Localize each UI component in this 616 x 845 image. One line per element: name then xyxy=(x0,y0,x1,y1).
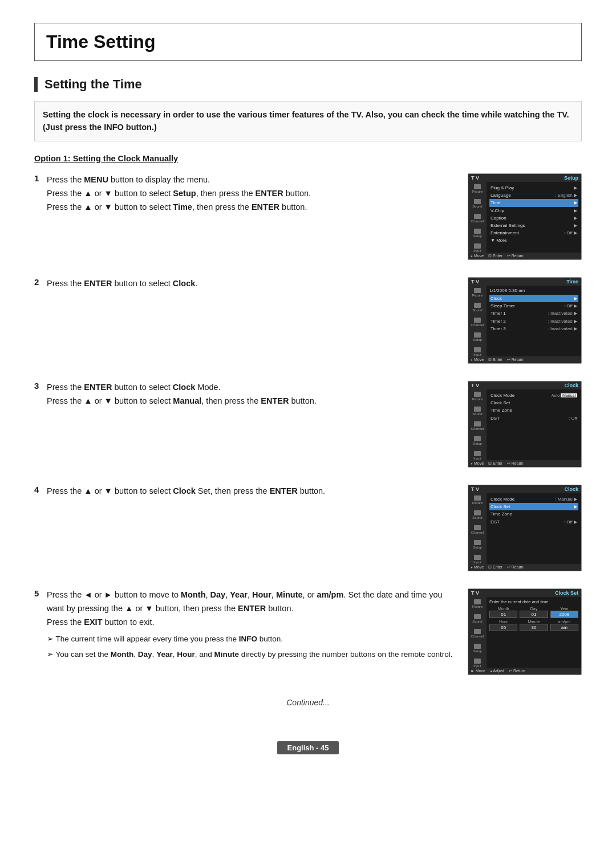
step-left-4: 4Press the ▲ or ▼ button to select Clock… xyxy=(34,485,459,498)
page-title-box: Time Setting xyxy=(34,23,582,61)
step-content-2: Press the ENTER button to select Clock. xyxy=(47,277,459,291)
step-screen-4: T VClockPictureSoundChannelSetupInputClo… xyxy=(468,485,582,571)
step-screen-3: T VClockPictureSoundChannelSetupInputClo… xyxy=(468,381,582,468)
step-row-1: 1Press the MENU button to display the me… xyxy=(34,173,582,260)
step-row-4: 4Press the ▲ or ▼ button to select Clock… xyxy=(34,485,582,571)
step-left-3: 3Press the ENTER button to select Clock … xyxy=(34,381,459,408)
step-line-1-0: Press the MENU button to display the men… xyxy=(47,173,459,187)
step-row-2: 2Press the ENTER button to select Clock.… xyxy=(34,277,582,364)
step-screen-2: T VTimePictureSoundChannelSetupInput1/1/… xyxy=(468,277,582,364)
page-footer: English - 45 xyxy=(34,741,582,754)
step-content-4: Press the ▲ or ▼ button to select Clock … xyxy=(47,485,459,498)
step-screen-1: T VSetupPictureSoundChannelSetupInputPlu… xyxy=(468,173,582,260)
step-number-1: 1 xyxy=(34,173,47,214)
continued-text: Continued... xyxy=(34,698,582,707)
step-left-1: 1Press the MENU button to display the me… xyxy=(34,173,459,214)
step-left-2: 2Press the ENTER button to select Clock. xyxy=(34,277,459,291)
step-note-5-1: You can set the Month, Day, Year, Hour, … xyxy=(47,648,459,661)
step-left-5: 5Press the ◄ or ► button to move to Mont… xyxy=(34,588,459,661)
section-heading: Setting the Time xyxy=(44,77,142,91)
step-line-1-1: Press the ▲ or ▼ button to select Setup,… xyxy=(47,187,459,201)
step-line-3-1: Press the ▲ or ▼ button to select Manual… xyxy=(47,395,459,408)
step-row-5: 5Press the ◄ or ► button to move to Mont… xyxy=(34,588,582,675)
step-content-3: Press the ENTER button to select Clock M… xyxy=(47,381,459,408)
step-number-2: 2 xyxy=(34,277,47,291)
step-number-3: 3 xyxy=(34,381,47,408)
steps-area: 1Press the MENU button to display the me… xyxy=(34,173,582,675)
intro-text: Setting the clock is necessary in order … xyxy=(34,101,582,141)
step-note-5-0: The current time will appear every time … xyxy=(47,633,459,645)
step-line-5-1: Press the EXIT button to exit. xyxy=(47,616,459,629)
step-number-5: 5 xyxy=(34,588,47,661)
step-line-2-0: Press the ENTER button to select Clock. xyxy=(47,277,459,291)
section-heading-box: Setting the Time xyxy=(34,77,582,92)
step-content-1: Press the MENU button to display the men… xyxy=(47,173,459,214)
step-number-4: 4 xyxy=(34,485,47,498)
step-line-5-0: Press the ◄ or ► button to move to Month… xyxy=(47,588,459,616)
option-heading: Option 1: Setting the Clock Manually xyxy=(34,154,582,163)
step-line-1-2: Press the ▲ or ▼ button to select Time, … xyxy=(47,201,459,214)
footer-badge: English - 45 xyxy=(277,741,339,754)
step-line-4-0: Press the ▲ or ▼ button to select Clock … xyxy=(47,485,459,498)
step-row-3: 3Press the ENTER button to select Clock … xyxy=(34,381,582,468)
step-line-3-0: Press the ENTER button to select Clock M… xyxy=(47,381,459,395)
step-content-5: Press the ◄ or ► button to move to Month… xyxy=(47,588,459,661)
page-title: Time Setting xyxy=(46,31,155,52)
step-screen-5: T VClock SetPictureSoundChannelSetupInpu… xyxy=(468,588,582,675)
